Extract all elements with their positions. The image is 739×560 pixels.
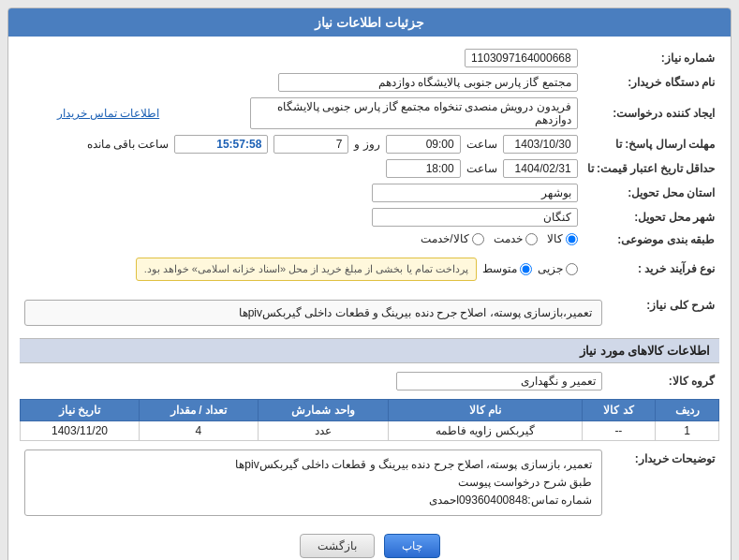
- description-value: تعمیر، بازسازی پوسته، اصلاح جرح دنده بیر…: [24, 449, 602, 517]
- tabagheh-radio-group: کالا خدمت کالا/خدمت: [421, 232, 577, 245]
- gorohe-kala-value: تعمیر و نگهداری: [396, 372, 602, 391]
- radio-motevaset[interactable]: متوسط: [482, 262, 532, 275]
- mohlat-ersal-time: 09:00: [386, 135, 461, 154]
- mohlat-ersal-days: 7: [273, 135, 348, 154]
- noeh-farayand-note: پرداخت تمام یا بخشی از مبلغ خرید از محل …: [136, 258, 477, 281]
- shomare-niaz-label: شماره نیاز:: [583, 46, 719, 70]
- nam-dastgah-value: مجتمع گاز پارس جنوبی پالایشگاه دوازدهم: [278, 73, 578, 92]
- radio-khedmat[interactable]: خدمت: [494, 232, 538, 245]
- saet-label: ساعت: [466, 138, 497, 151]
- sarje-label: شرح کلی نیاز:: [607, 293, 719, 332]
- ijad-konande-value: فریدون درویش منصدی تنخواه مجتمع گاز پارس…: [250, 97, 578, 129]
- col-radif: ردیف: [656, 399, 719, 420]
- kalaha-table: ردیف کد کالا نام کالا واحد شمارش تعداد /…: [20, 399, 719, 441]
- tarikh-etibar-date: 1404/02/31: [503, 159, 578, 178]
- ijad-konande-label: ایجاد کننده درخواست:: [583, 95, 719, 132]
- mohlat-ersal-date: 1403/10/30: [503, 135, 578, 154]
- radio-jozi[interactable]: جزیی: [538, 262, 578, 275]
- etelaat-kalaha-title: اطلاعات کالاهای مورد نیاز: [20, 338, 719, 363]
- chap-button[interactable]: چاپ: [384, 534, 440, 558]
- cell-tarikh-niaz: 1403/11/20: [21, 420, 140, 440]
- radio-kala[interactable]: کالا: [547, 232, 578, 245]
- col-vahed: واحد شمارش: [258, 399, 389, 420]
- radio-kala-khedmat[interactable]: کالا/خدمت: [421, 232, 483, 245]
- ostan-label: استان محل تحویل:: [583, 181, 719, 205]
- cell-nam-kala: گیربکس زاویه فاطمه: [389, 420, 582, 440]
- mohlat-ersal-remaining-time: 15:57:58: [174, 135, 268, 154]
- tarikh-etibar-time: 18:00: [386, 159, 461, 178]
- cell-radif: 1: [656, 420, 719, 440]
- table-row: 1 -- گیربکس زاویه فاطمه عدد 4 1403/11/20: [21, 420, 719, 440]
- bazgasht-button[interactable]: بازگشت: [300, 534, 375, 558]
- cell-vahed: عدد: [258, 420, 389, 440]
- shahr-label: شهر محل تحویل:: [583, 205, 719, 229]
- tabagheh-label: طبقه بندی موضوعی:: [583, 229, 719, 251]
- page-title: جزئیات اطلاعات نیاز: [8, 8, 731, 37]
- gorohe-kala-label: گروه کالا:: [607, 369, 719, 393]
- saet-label2: ساعت: [466, 162, 497, 175]
- roz-label: روز و: [354, 138, 379, 151]
- tarikh-etibar-label: حداقل تاریخ اعتبار قیمت: تا: [583, 156, 719, 181]
- col-tarikh-niaz: تاریخ نیاز: [21, 399, 140, 420]
- saet-baghi-label: ساعت باقی مانده: [87, 138, 170, 151]
- nam-dastgah-label: نام دستگاه خریدار:: [583, 70, 719, 95]
- cell-tedad: 4: [139, 420, 258, 440]
- sarje-value: تعمیر،بازسازی پوسته، اصلاح جرح دنده بیری…: [24, 300, 602, 326]
- ostan-value: بوشهر: [372, 184, 578, 202]
- shomare-niaz-value: 1103097164000668: [465, 49, 578, 67]
- etelaat-tamas-link[interactable]: اطلاعات تماس خریدار: [57, 107, 160, 120]
- description-label: توضیحات خریدار:: [607, 447, 719, 520]
- col-kod-kala: کد کالا: [582, 399, 656, 420]
- cell-kod-kala: --: [582, 420, 656, 440]
- shahr-value: کنگان: [372, 208, 578, 227]
- col-tedad: تعداد / مقدار: [139, 399, 258, 420]
- noeh-farayand-label: نوع فرآیند خرید :: [583, 251, 719, 287]
- col-nam-kala: نام کالا: [389, 399, 582, 420]
- mohlat-ersal-label: مهلت ارسال پاسخ: تا: [583, 132, 719, 156]
